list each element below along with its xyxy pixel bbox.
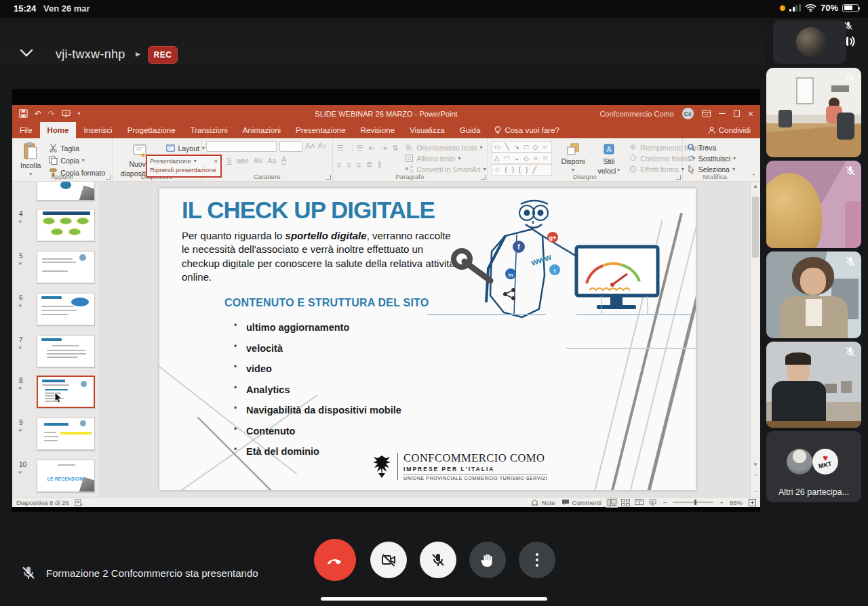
save-icon[interactable]	[19, 109, 28, 118]
scroll-down-icon[interactable]: ▼	[751, 460, 760, 470]
scrollbar-thumb[interactable]	[752, 197, 759, 258]
slideshow-view-button[interactable]	[648, 499, 657, 506]
participant-tile-1[interactable]	[773, 20, 846, 64]
indent-increase-button[interactable]: ⇥	[380, 144, 387, 153]
resume-presentation-link[interactable]: Riprendi presentazione	[150, 166, 218, 174]
line-spacing-button[interactable]: ⇅	[392, 144, 398, 153]
slide-canvas[interactable]: IL CHECK UP DIGITALE Per quanto riguarda…	[159, 188, 696, 490]
copy-button[interactable]: Copia▾	[49, 155, 105, 165]
undo-icon[interactable]: ↶	[35, 109, 41, 119]
tab-animazioni[interactable]: Animazioni	[235, 122, 288, 138]
dialog-launcher-icon[interactable]	[676, 175, 681, 180]
next-slide-icon[interactable]: ⌄	[751, 486, 760, 496]
tab-file[interactable]: File	[12, 122, 40, 138]
collapse-chevron-icon[interactable]	[19, 49, 34, 58]
participant-tile-4[interactable]	[766, 251, 861, 338]
font-color-button[interactable]: A	[281, 155, 286, 165]
tab-home[interactable]: Home	[40, 122, 77, 138]
notes-button[interactable]: Note	[531, 499, 555, 506]
ribbon-display-icon[interactable]	[702, 110, 711, 117]
scroll-up-icon[interactable]: ▲	[751, 182, 760, 191]
align-text-button[interactable]: Allinea testo▾	[405, 154, 486, 163]
char-spacing-button[interactable]: AV	[253, 157, 262, 165]
dialog-launcher-icon[interactable]	[326, 175, 331, 180]
close-button[interactable]: ×	[748, 109, 753, 119]
change-case-button[interactable]: Aa	[267, 157, 276, 165]
align-left-button[interactable]: ≡	[337, 161, 341, 169]
tab-revisione[interactable]: Revisione	[353, 122, 403, 138]
normal-view-button[interactable]	[608, 499, 616, 506]
slide-paragraph: Per quanto riguarda lo sportello digital…	[182, 229, 460, 285]
dialog-launcher-icon[interactable]	[106, 175, 111, 180]
more-participants-label[interactable]: Altri 26 partecipa...	[766, 487, 861, 497]
tab-transizioni[interactable]: Transizioni	[183, 122, 235, 138]
replace-button[interactable]: Sostituisci▾	[687, 154, 745, 163]
tab-progettazione[interactable]: Progettazione	[120, 122, 183, 138]
raise-hand-button[interactable]	[469, 542, 506, 578]
previous-slide-icon[interactable]: ⌃	[751, 472, 760, 482]
mic-off-button[interactable]	[420, 542, 456, 578]
home-indicator[interactable]	[321, 597, 547, 601]
participant-tile-5[interactable]	[766, 342, 861, 428]
indent-decrease-button[interactable]: ⇤	[369, 144, 375, 153]
lightbulb-icon	[494, 126, 501, 135]
align-text-icon	[405, 154, 414, 163]
underline-button[interactable]: S	[226, 157, 231, 165]
tab-inserisci[interactable]: Inserisci	[76, 122, 119, 138]
popup-close-icon[interactable]: ×	[214, 157, 218, 165]
quick-styles-button[interactable]: A Stili veloci▾	[593, 141, 624, 176]
shrink-font-button[interactable]: A˅	[318, 142, 327, 150]
camera-off-button[interactable]	[370, 542, 407, 578]
participant-tile-2[interactable]	[766, 68, 861, 157]
cut-button[interactable]: Taglia	[49, 143, 105, 153]
restore-button[interactable]	[734, 110, 740, 117]
vertical-scrollbar[interactable]: ▲ ▼ ⌃ ⌄	[750, 182, 760, 497]
participant-tile-others[interactable]: ♥ MKT Altri 26 partecipa...	[766, 431, 861, 502]
qat-customize-icon[interactable]: ▾	[77, 110, 80, 117]
spell-check-icon[interactable]	[75, 499, 83, 506]
columns-button[interactable]: ∥	[378, 160, 382, 169]
font-name-combo[interactable]	[206, 141, 277, 152]
comments-button[interactable]: Commenti	[561, 499, 601, 506]
align-center-button[interactable]: ≡	[347, 161, 351, 169]
arrange-button[interactable]: Disponi▾	[557, 141, 589, 174]
grow-font-button[interactable]: A˄	[305, 142, 315, 151]
minimize-button[interactable]	[719, 113, 726, 114]
find-button[interactable]: Trova	[687, 143, 745, 152]
start-slideshow-icon[interactable]	[62, 109, 71, 118]
redo-icon[interactable]: ↷	[48, 109, 55, 119]
strikethrough-button[interactable]: abc	[237, 157, 249, 165]
text-direction-button[interactable]: Orientamento testo▾	[405, 143, 486, 152]
meeting-code[interactable]: vji-twxw-nhp	[56, 47, 125, 62]
numbering-button[interactable]: ⋮☰	[349, 144, 363, 153]
zoom-out-button[interactable]: −	[663, 499, 667, 506]
slide-sorter-view-button[interactable]	[621, 499, 630, 506]
account-avatar[interactable]: Cc	[682, 108, 694, 119]
tell-me-search[interactable]: Cosa vuoi fare?	[488, 122, 566, 138]
audio-level-icon	[844, 72, 856, 84]
justify-button[interactable]: ≣	[366, 160, 372, 169]
presentation-popup[interactable]: Presentazione▾× Riprendi presentazione	[146, 155, 222, 178]
zoom-slider-thumb[interactable]	[694, 500, 696, 505]
tab-guida[interactable]: Guida	[452, 122, 488, 138]
zoom-in-button[interactable]: +	[719, 499, 724, 506]
more-options-button[interactable]	[519, 542, 555, 578]
hang-up-button[interactable]	[314, 539, 356, 581]
zoom-slider[interactable]	[673, 502, 713, 503]
tab-presentazione[interactable]: Presentazione	[288, 122, 353, 138]
tab-visualizza[interactable]: Visualizza	[402, 122, 452, 138]
cellular-signal-icon	[789, 4, 801, 12]
share-button[interactable]: Condividi	[698, 122, 760, 138]
reading-view-button[interactable]	[635, 499, 644, 506]
shapes-gallery[interactable]: ▭ ╲ ↘ □ ◇ ○ △ ◠ ⌣ ◇ ○ ☆ ☆ ( ) { } ╱	[492, 141, 553, 176]
align-right-button[interactable]: ≡	[357, 161, 361, 169]
zoom-level[interactable]: 86%	[730, 499, 743, 506]
participant-tile-3[interactable]	[766, 161, 861, 248]
fit-to-window-icon[interactable]	[749, 499, 756, 506]
account-name[interactable]: Confcommercio Como	[599, 110, 673, 118]
bullet-item: Navigabilità da dispositivi mobile	[234, 400, 401, 421]
font-size-combo[interactable]	[279, 141, 302, 152]
bullets-button[interactable]: ☰	[337, 144, 344, 153]
collapse-ribbon-icon[interactable]: ⌃	[747, 173, 760, 181]
dialog-launcher-icon[interactable]	[481, 175, 486, 180]
